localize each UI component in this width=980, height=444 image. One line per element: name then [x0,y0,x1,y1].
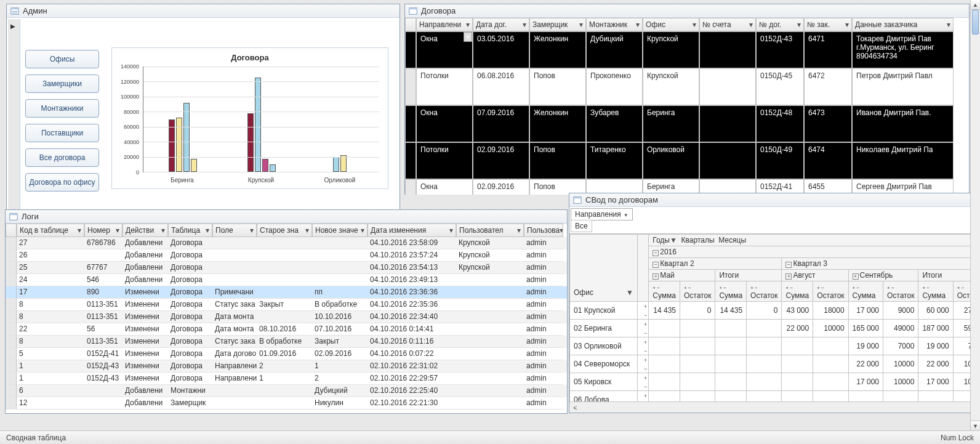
logs-cell[interactable]: 0152Д-41 [84,348,122,360]
logs-row[interactable]: 80113-351ИзменениДоговораСтатус закаЗакр… [6,299,567,311]
logs-cell[interactable] [456,286,524,299]
contracts-cell[interactable] [699,105,756,142]
row-selector[interactable] [6,360,17,373]
contracts-cell[interactable]: 6473 [804,105,852,142]
pivot-cell[interactable]: 10000 [813,320,848,337]
logs-cell[interactable] [456,311,524,323]
pivot-cell[interactable] [883,391,918,402]
logs-cell[interactable]: пп [312,286,367,299]
offices-button[interactable]: Офисы [25,50,99,68]
logs-cell[interactable]: Изменени [122,336,168,348]
logs-cell[interactable]: Добавлени [122,249,168,262]
row-selector[interactable] [405,142,416,179]
logs-column-header[interactable]: Дата изменения▾ [367,224,456,237]
logs-cell[interactable]: Договора [168,311,212,323]
logs-row[interactable]: 10152Д-43ИзменениДоговораНаправлени2102.… [6,360,567,373]
logs-cell[interactable] [456,348,524,360]
logs-row[interactable]: 80113-351ИзменениДоговораДата монта10.10… [6,311,567,323]
pivot-row-label[interactable]: 03 Орликовой [570,337,638,355]
logs-cell[interactable]: 07.10.2016 [312,323,367,336]
logs-cell[interactable]: 01.09.2016 [257,348,312,360]
logs-cell[interactable]: 04.10.2016 23:57:24 [367,249,456,262]
logs-cell[interactable] [456,323,524,336]
logs-cell[interactable]: admin [524,397,563,410]
logs-cell[interactable]: Договора [168,299,212,311]
contracts-cell[interactable]: 06.08.2016 [473,68,529,105]
chevron-down-icon[interactable]: ▾ [636,20,640,29]
logs-cell[interactable] [257,385,312,397]
logs-cell[interactable]: admin [524,237,563,249]
logs-cell[interactable]: Крупской [456,249,524,262]
logs-cell[interactable]: Добавлени [122,237,168,249]
logs-cell[interactable]: admin [524,323,563,336]
contracts-cell[interactable]: 6474 [804,142,852,179]
chevron-down-icon[interactable]: ▾ [250,226,254,235]
scroll-down-icon[interactable]: ▼ [971,421,980,430]
contracts-title-bar[interactable]: Договора [405,4,969,18]
pivot-cell[interactable]: 187 000 [918,320,953,337]
contracts-chart[interactable]: Договора 0200004000060000800001000001200… [111,47,388,189]
logs-cell[interactable]: Замерщик [168,397,212,410]
logs-cell[interactable] [212,249,257,262]
contracts-cell[interactable]: Окна [416,105,473,142]
pivot-cell[interactable]: 22 000 [918,355,953,373]
expand-icon[interactable]: + [653,273,659,280]
logs-cell[interactable] [257,274,312,286]
pivot-cell[interactable]: 0 [680,302,715,320]
logs-cell[interactable]: 0113-351 [84,336,122,348]
logs-cell[interactable]: 04.10.2016 0:11:16 [367,336,456,348]
scrollbar-thumb[interactable] [972,10,979,34]
logs-cell[interactable]: admin [524,373,563,385]
pivot-row-label[interactable]: 05 Кировск [570,373,638,391]
logs-cell[interactable]: 27 [17,237,84,249]
logs-cell[interactable]: Изменени [122,348,168,360]
measurers-button[interactable]: Замерщики [25,75,99,93]
pivot-cell[interactable]: 60 000 [918,302,953,320]
pivot-cell[interactable]: 9000 [883,302,918,320]
row-selector[interactable] [6,249,17,262]
pivot-years-label[interactable]: Годы [653,236,670,244]
pivot-filter-field[interactable]: Направления▼ [571,208,633,220]
row-selector[interactable] [405,68,416,105]
pivot-cell[interactable] [680,355,715,373]
chevron-down-icon[interactable]: ▾ [466,20,470,29]
contracts-cell[interactable] [699,68,756,105]
chevron-down-icon[interactable]: ▾ [749,20,753,29]
pivot-cell[interactable] [649,337,680,355]
pivot-cell[interactable] [782,337,813,355]
logs-cell[interactable]: 04.10.2016 23:49:13 [367,274,456,286]
contracts-column-header[interactable]: Направлени▾ [416,18,473,31]
pivot-row-label[interactable]: 06 Лобова [570,391,638,402]
pivot-cell[interactable]: 165 000 [848,320,883,337]
pivot-cell[interactable] [782,373,813,391]
logs-cell[interactable]: admin [524,299,563,311]
logs-column-header[interactable]: Номер▾ [84,224,122,237]
row-selector[interactable] [6,274,17,286]
logs-cell[interactable]: admin [524,385,563,397]
logs-cell[interactable] [456,299,524,311]
logs-cell[interactable]: 56 [84,323,122,336]
pivot-cell[interactable] [680,337,715,355]
pivot-measure-header[interactable]: + −Сумма [848,281,883,302]
logs-cell[interactable]: 2 [257,360,312,373]
chevron-down-icon[interactable]: ▾ [361,226,364,235]
pivot-cell[interactable] [848,391,883,402]
logs-cell[interactable]: Никулин [312,397,367,410]
logs-cell[interactable]: 04.10.2016 0:07:22 [367,348,456,360]
expand-icon[interactable]: +− [644,339,647,354]
logs-cell[interactable]: admin [524,286,563,299]
chevron-down-icon[interactable]: ▾ [845,20,849,29]
logs-column-header[interactable]: Действи▾ [122,224,168,237]
contracts-cell[interactable]: Николаев Дмитрий Па [852,142,954,179]
contracts-column-header[interactable]: Монтажник▾ [586,18,643,31]
logs-title-bar[interactable]: Логи [6,210,567,224]
pivot-cell[interactable]: 14 435 [715,302,747,320]
logs-cell[interactable]: 0152Д-43 [84,360,122,373]
logs-cell[interactable]: Договора [168,348,212,360]
expand-icon[interactable]: +− [644,375,647,390]
pivot-cell[interactable]: 22 000 [782,320,813,337]
dropdown-icon[interactable]: ▾ [464,32,472,42]
logs-cell[interactable]: admin [524,336,563,348]
logs-cell[interactable]: Договора [168,360,212,373]
contracts-cell[interactable]: Дубицкий [586,31,643,68]
